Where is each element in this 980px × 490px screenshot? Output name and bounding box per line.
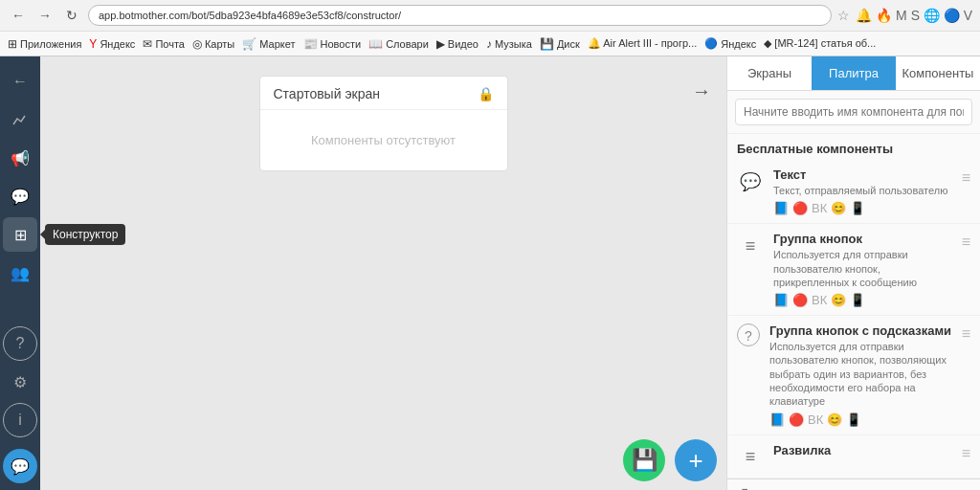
text-component-menu-icon[interactable]: ≡ [962,167,970,215]
platform-tg: 🔴 [792,201,808,215]
bookmark-video[interactable]: ▶ Видео [436,37,479,51]
save-button[interactable]: 💾 [623,439,665,481]
bg-platform-wa: 📱 [850,293,865,307]
bookmark-dict[interactable]: 📖 Словари [368,37,429,51]
text-component-desc: Текст, отправляемый пользователю [773,184,952,197]
canvas-area: Стартовый экран 🔒 Компоненты отсутствуют… [40,56,726,490]
main-content: Стартовый экран 🔒 Компоненты отсутствуют… [40,56,726,490]
hint-button-group-name: Группа кнопок с подсказками [769,323,952,338]
eye-icon[interactable]: 👁 [737,485,754,490]
app-container: ← 📢 💬 ⊞ Конструктор 👥 ? ⚙ i 💬 Стартовый … [0,56,980,490]
button-group-info: Группа кнопок Используется для отправки … [773,232,952,307]
sidebar-users-button[interactable]: 👥 [3,256,37,290]
bookmark-market[interactable]: 🛒 Маркет [242,37,295,51]
sidebar-settings-button[interactable]: ⚙ [3,365,37,399]
sidebar-constructor-button[interactable]: ⊞ Конструктор [3,217,37,252]
bookmark-maps[interactable]: ◎ Карты [192,37,234,51]
hbg-platform-vk: ВК [808,412,823,427]
analytics-icon [11,111,29,128]
sidebar-help-button[interactable]: ? [3,326,37,361]
tab-components[interactable]: Компоненты [896,56,980,90]
bookmark-apps[interactable]: ⊞ Приложения [8,37,81,51]
platform-wa: 📱 [850,201,865,215]
list-icon[interactable]: ≡ [766,485,776,490]
panel-search [727,91,980,134]
hint-button-group-info: Группа кнопок с подсказками Используется… [769,323,952,426]
hint-button-group-platforms: 📘 🔴 ВК 😊 📱 [769,412,952,427]
add-button[interactable]: + [675,439,717,481]
bottom-toolbar: 💾 + [623,439,717,481]
hbg-platform-fb: 📘 [769,412,785,427]
browser-toolbar: ← → ↻ ☆ 🔔 🔥 M S 🌐 🔵 V [0,0,980,31]
browser-bookmarks: ⊞ Приложения Y Яндекс ✉ Почта ◎ Карты 🛒 … [0,31,980,56]
bottom-panel-icons: 👁 ≡ ◎ [727,479,980,490]
platform-emoji: 😊 [831,201,846,215]
component-hint-button-group[interactable]: ? Группа кнопок с подсказками Использует… [727,316,980,434]
button-group-name: Группа кнопок [773,232,952,246]
bg-platform-tg: 🔴 [792,293,808,307]
screen-empty-text: Компоненты отсутствуют [260,110,507,170]
sidebar-bottom: ? ⚙ i [3,326,37,445]
screen-title: Стартовый экран [274,86,380,101]
text-component-info: Текст Текст, отправляемый пользователю 📘… [773,167,952,215]
sidebar-chat-button[interactable]: 💬 [3,449,37,483]
fork-icon: ≡ [737,443,764,470]
sidebar-messages-button[interactable]: 💬 [3,179,37,213]
bookmark-mail[interactable]: ✉ Почта [143,37,185,51]
hbg-platform-tg: 🔴 [789,412,804,427]
text-component-platforms: 📘 🔴 ВК 😊 📱 [773,201,952,215]
button-group-platforms: 📘 🔴 ВК 😊 📱 [773,293,952,307]
hbg-platform-emoji: 😊 [827,412,842,427]
platform-vk: ВК [812,201,827,215]
bookmark-star-icon[interactable]: ☆ [837,8,850,23]
bookmark-yandex[interactable]: Y Яндекс [89,37,135,51]
hint-button-group-icon: ? [737,323,760,346]
hint-button-group-desc: Используется для отправки пользователю к… [769,340,952,408]
sidebar-broadcast-button[interactable]: 📢 [3,141,37,175]
bookmark-mr124[interactable]: ◆ [MR-124] статья об... [764,37,876,50]
platform-fb: 📘 [773,201,789,215]
fork-name: Развилка [773,443,952,457]
refresh-button[interactable]: ↻ [61,5,82,26]
button-group-menu-icon[interactable]: ≡ [962,232,970,307]
hbg-platform-wa: 📱 [846,412,861,427]
address-bar[interactable] [88,5,832,26]
component-text[interactable]: 💬 Текст Текст, отправляемый пользователю… [727,160,980,224]
button-group-icon: ≡ [737,232,764,258]
bg-platform-fb: 📘 [773,293,789,307]
sidebar-back-button[interactable]: ← [3,64,37,99]
components-list: Бесплатные компоненты 💬 Текст Текст, отп… [727,134,980,490]
right-panel: Экраны Палитра Компоненты Бесплатные ком… [726,56,980,490]
text-component-icon: 💬 [737,167,764,194]
sidebar: ← 📢 💬 ⊞ Конструктор 👥 ? ⚙ i 💬 [0,56,40,490]
component-fork[interactable]: ≡ Развилка ≡ [727,435,980,479]
bookmark-music[interactable]: ♪ Музыка [486,37,532,51]
panel-tabs: Экраны Палитра Компоненты [727,56,980,91]
bookmark-airalert[interactable]: 🔔 Air Alert III - прогр... [588,37,697,50]
sidebar-analytics-button[interactable] [3,102,37,137]
bookmark-disk[interactable]: 💾 Диск [540,37,580,51]
bookmark-yandex2[interactable]: 🔵 Яндекс [704,37,756,50]
screen-block: Стартовый экран 🔒 Компоненты отсутствуют [259,76,508,171]
button-group-desc: Используется для отправки пользователю к… [773,248,952,289]
bookmark-news[interactable]: 📰 Новости [303,37,362,51]
bg-platform-vk: ВК [812,293,827,307]
back-button[interactable]: ← [8,5,29,26]
fork-info: Развилка [773,443,952,470]
hint-button-group-menu-icon[interactable]: ≡ [962,323,970,426]
sidebar-info-button[interactable]: i [3,403,37,437]
fork-menu-icon[interactable]: ≡ [962,443,970,470]
tab-screens[interactable]: Экраны [727,56,812,90]
forward-button[interactable]: → [34,5,56,26]
bg-platform-emoji: 😊 [831,293,846,307]
tab-palette[interactable]: Палитра [812,56,896,90]
circle-icon[interactable]: ◎ [788,485,803,490]
free-components-header: Бесплатные компоненты [727,134,980,160]
arrow-right-button[interactable]: → [686,76,717,106]
browser-chrome: ← → ↻ ☆ 🔔 🔥 M S 🌐 🔵 V ⊞ Приложения Y Янд… [0,0,980,56]
text-component-name: Текст [773,167,952,182]
screen-lock-icon: 🔒 [478,86,494,101]
screen-header: Стартовый экран 🔒 [260,77,507,110]
component-search-input[interactable] [735,99,972,125]
component-button-group[interactable]: ≡ Группа кнопок Используется для отправк… [727,224,980,316]
